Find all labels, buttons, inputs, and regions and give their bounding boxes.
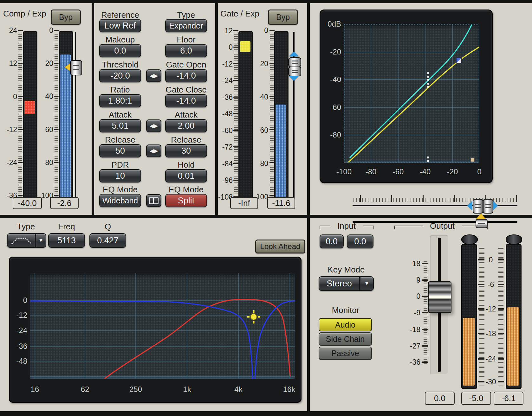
input-right-value-button[interactable]: 0.0 (347, 234, 373, 248)
comp-threshold-slider-handle[interactable] (70, 60, 82, 75)
gate-open-slider-handle[interactable] (289, 57, 301, 67)
attack-comp-value-button[interactable]: 5.01 (99, 119, 141, 132)
transfer-curve-cyan (350, 25, 472, 158)
gate-lvl-scale-label: -24 (216, 76, 233, 85)
param-label-threshold: Threshold (95, 60, 146, 70)
type-value-button[interactable]: Expander (165, 19, 207, 32)
key-mode-value-button[interactable]: Stereo (319, 276, 360, 291)
gate-close-value-button[interactable]: -14.0 (165, 94, 207, 107)
eq-split-view-button[interactable] (146, 194, 161, 207)
param-label-eq-mode-right: EQ Mode (161, 185, 211, 195)
bandpass-curve-icon (10, 235, 33, 246)
release-gate-value-button[interactable]: 30 (165, 144, 207, 157)
output-bracket (462, 226, 488, 229)
pdr-value-button[interactable]: 10 (99, 169, 141, 182)
gate-close-slider-handle[interactable] (289, 67, 301, 76)
eq-sidechain-curve-red (105, 299, 290, 379)
link-arrows-icon: ◀▶ (150, 148, 158, 154)
comp-gr-scale-label: 0 (3, 92, 17, 101)
range-handle-b[interactable] (483, 199, 493, 214)
tick (54, 30, 59, 31)
eq-type-button[interactable] (7, 233, 36, 248)
floor-value-button[interactable]: 6.0 (165, 44, 207, 57)
eq-type-dropdown[interactable]: ▼ (36, 233, 46, 248)
output-fader-handle[interactable] (428, 281, 451, 313)
output-scale-label: -24 (483, 355, 498, 363)
eq-point-handle[interactable] (247, 310, 260, 323)
comp-gr-readout: -40.0 (13, 197, 42, 209)
transfer-x-label: -40 (414, 167, 436, 176)
tick (233, 146, 238, 147)
comp-gr-scale-label: 24 (3, 26, 17, 35)
makeup-value-button[interactable]: 0.0 (99, 44, 141, 57)
tick (233, 113, 238, 114)
eq-freq-value-button[interactable]: 5113 (48, 233, 85, 248)
chevron-down-icon: ▼ (38, 238, 43, 243)
ratio-value-button[interactable]: 1.80:1 (99, 94, 141, 107)
param-label-pdr: PDR (95, 160, 146, 170)
hold-value-button[interactable]: 0.01 (165, 169, 207, 182)
reference-value-button[interactable]: Low Ref (99, 19, 141, 32)
comp-lvl-scale-label: 60 (39, 125, 53, 134)
comp-threshold-slider-track[interactable] (75, 32, 76, 200)
floor-handle[interactable] (470, 158, 475, 162)
gate-pct-scale-label: 40 (253, 93, 268, 101)
tick (233, 80, 238, 81)
fader-scale-label: -27 (403, 342, 420, 350)
output-scale-ruler-right (498, 248, 503, 386)
threshold-link-button[interactable]: ◀▶ (146, 69, 161, 82)
comp-level-meter-fill (60, 54, 71, 199)
threshold-value-button[interactable]: -20.0 (99, 69, 141, 82)
gate-pct-scale-label: 0 (253, 26, 268, 35)
transfer-x-label: -100 (333, 167, 355, 176)
tick (269, 30, 275, 31)
tick (422, 362, 428, 363)
monitor-passive-button[interactable]: Passive (319, 347, 372, 360)
link-arrows-icon: ◀▶ (150, 123, 158, 129)
fader-scale-label: -9 (403, 308, 420, 317)
tick (498, 333, 504, 334)
vertical-divider-3 (307, 3, 310, 411)
tick (233, 163, 238, 164)
release-link-button[interactable]: ◀▶ (146, 144, 161, 157)
curve-handle[interactable] (456, 58, 461, 63)
output-group-label: Output (423, 221, 461, 231)
monitor-side-chain-button[interactable]: Side Chain (319, 332, 372, 346)
tick (360, 195, 361, 202)
eq-q-value-button[interactable]: 0.427 (89, 233, 126, 248)
comp-lvl-scale-label: 40 (39, 92, 53, 101)
eq-mode-wideband-button[interactable]: Wideband (99, 194, 141, 207)
param-label-gate-open: Gate Open (161, 60, 211, 70)
fader-scale-label: 9 (403, 276, 420, 285)
gate-open-value-button[interactable]: -14.0 (165, 69, 207, 82)
gate-bypass-button[interactable]: Byp (268, 10, 298, 25)
tick (54, 96, 59, 97)
gate-exp-title: Gate / Exp (220, 9, 268, 19)
comp-bypass-button[interactable]: Byp (51, 10, 81, 25)
tick (498, 284, 504, 285)
monitor-audio-button[interactable]: Audio (319, 318, 372, 331)
eq-x-label: 4k (227, 385, 250, 394)
tick (498, 358, 504, 360)
gate-level-meter (238, 31, 253, 202)
output-scale-ruler-left (479, 248, 484, 386)
param-label-makeup: Makeup (95, 35, 146, 45)
eq-x-label: 250 (125, 385, 147, 394)
gate-close-arrow-icon (289, 76, 299, 81)
release-comp-value-button[interactable]: 50 (99, 144, 141, 157)
input-left-value-button[interactable]: 0.0 (320, 234, 344, 248)
horizontal-divider (0, 215, 532, 218)
comp-threshold-marker-icon (65, 63, 70, 71)
attack-gate-value-button[interactable]: 2.00 (165, 119, 207, 132)
key-mode-dropdown[interactable]: ▼ (360, 276, 374, 291)
tick (54, 129, 59, 130)
tick (233, 30, 238, 31)
gate-threshold-slider-track[interactable] (293, 32, 295, 200)
output-bracket (394, 226, 423, 229)
attack-link-button[interactable]: ◀▶ (146, 119, 161, 132)
output-scale-label: -18 (483, 329, 498, 338)
eq-mode-split-button[interactable]: Split (165, 194, 207, 207)
range-handle-a[interactable] (473, 199, 483, 214)
transfer-curves (344, 24, 479, 163)
look-ahead-button[interactable]: Look Ahead (255, 240, 305, 253)
